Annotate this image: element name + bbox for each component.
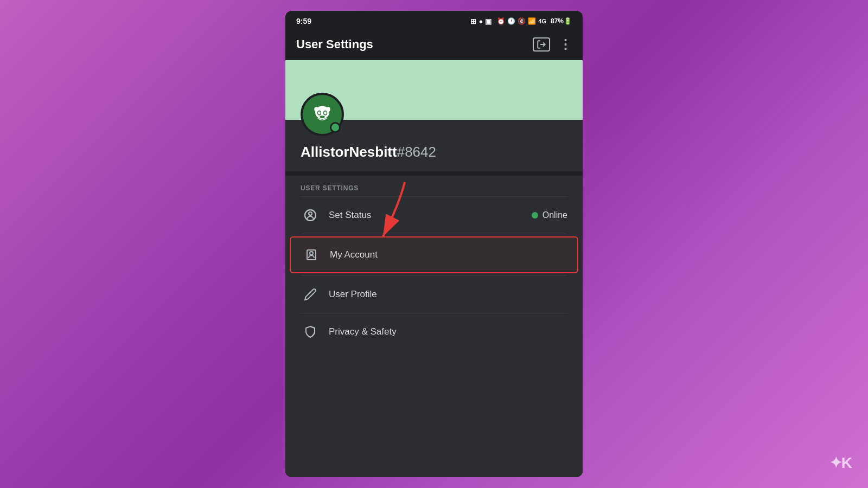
set-status-label: Set Status	[329, 210, 532, 221]
more-options-icon[interactable]: ⋮	[559, 37, 572, 52]
avatar-container	[301, 93, 344, 136]
online-status-dot	[330, 122, 341, 133]
knowtechie-watermark: ✦K	[829, 454, 852, 472]
logout-icon[interactable]	[533, 37, 550, 52]
svg-point-5	[324, 111, 327, 114]
settings-section: USER SETTINGS Set Status Online	[285, 176, 583, 477]
divider-1	[301, 234, 567, 234]
page-title: User Settings	[296, 37, 373, 52]
privacy-safety-item[interactable]: Privacy & Safety	[285, 313, 583, 350]
wifi-icon: 📶	[528, 17, 536, 25]
status-icons: ⊞ ● ▣ ⏰ 🕐 🔇 📶 4G 87%🔋	[470, 17, 572, 25]
header-actions: ⋮	[533, 37, 572, 52]
svg-point-6	[320, 115, 324, 118]
username-display: AllistorNesbitt#8642	[301, 144, 567, 160]
discriminator-text: #8642	[397, 144, 436, 160]
my-account-item[interactable]: My Account	[290, 236, 578, 273]
app-header: User Settings ⋮	[285, 30, 583, 60]
whatsapp-icon: ●	[478, 17, 483, 25]
my-account-icon	[302, 245, 321, 265]
battery-icon: 87%🔋	[551, 17, 572, 25]
mute-icon: 🔇	[518, 17, 526, 25]
online-dot	[532, 212, 538, 219]
svg-point-14	[310, 252, 313, 255]
online-text: Online	[542, 210, 567, 220]
privacy-safety-label: Privacy & Safety	[329, 326, 567, 337]
my-account-label: My Account	[330, 249, 566, 260]
privacy-safety-icon	[301, 322, 320, 342]
set-status-item[interactable]: Set Status Online	[285, 197, 583, 234]
network-icon: 4G	[538, 18, 546, 24]
svg-point-7	[314, 107, 318, 112]
photo-icon: ▣	[485, 17, 492, 25]
set-status-right: Online	[532, 210, 567, 220]
status-time: 9:59	[296, 17, 311, 25]
phone-screen: 9:59 ⊞ ● ▣ ⏰ 🕐 🔇 📶 4G 87%🔋 User Settings	[285, 11, 583, 477]
clock-icon: 🕐	[507, 17, 515, 25]
user-profile-item[interactable]: User Profile	[285, 276, 583, 313]
avatar[interactable]	[301, 93, 344, 136]
my-account-wrapper: My Account	[285, 236, 583, 273]
user-profile-label: User Profile	[329, 289, 567, 300]
alarm-icon: ⏰	[497, 17, 505, 25]
section-label: USER SETTINGS	[285, 176, 583, 196]
profile-banner	[285, 60, 583, 120]
set-status-icon	[301, 206, 320, 225]
grid-icon: ⊞	[470, 17, 476, 25]
svg-point-4	[318, 111, 321, 114]
username-text: AllistorNesbitt	[301, 144, 397, 160]
user-profile-icon	[301, 285, 320, 304]
status-bar: 9:59 ⊞ ● ▣ ⏰ 🕐 🔇 📶 4G 87%🔋	[285, 11, 583, 30]
svg-point-8	[326, 107, 330, 112]
